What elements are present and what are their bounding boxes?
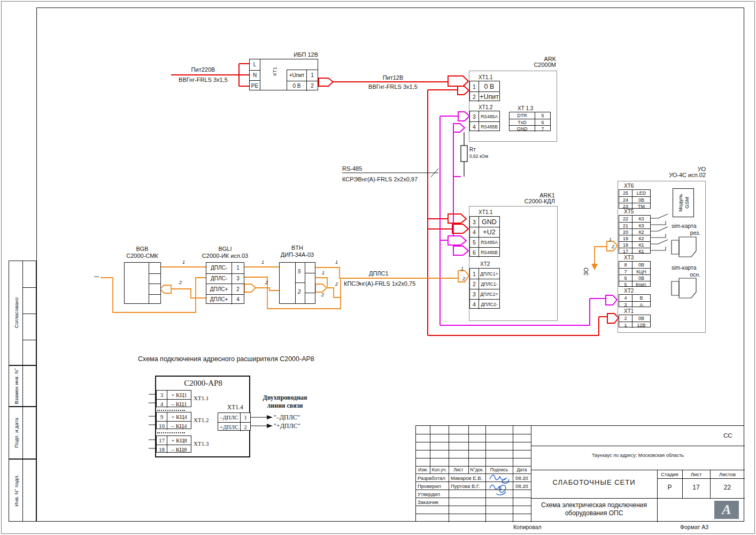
pin-number: 2 xyxy=(307,81,318,91)
wire-number: 1 xyxy=(261,259,264,265)
pin-label: RS485B xyxy=(479,122,499,132)
power-out-label: Пит12В xyxy=(361,74,425,81)
pin-label: LED xyxy=(632,190,650,196)
pin-number: 3 xyxy=(232,274,244,284)
tb-role-approved: Утвердил xyxy=(418,491,440,497)
bgli-model: С2000-ИК исп.03 xyxy=(198,253,252,259)
ar8-xt14-title: ХТ1.4 xyxy=(227,404,243,410)
pin-label: ТМ xyxy=(632,203,650,209)
grid-line xyxy=(416,450,531,450)
pin-number: 3 xyxy=(470,111,479,121)
terminal-row: 18– КЦ8 xyxy=(157,445,191,453)
pin-label: 12В xyxy=(632,322,650,328)
rs485-name: RS-485 xyxy=(342,165,362,172)
uo-xt6-title: XT6 xyxy=(624,183,634,189)
logo-letter: А xyxy=(722,502,731,518)
pin-number: 6 xyxy=(470,248,479,257)
tb-name-checked: Пуртова В.Г. xyxy=(451,483,480,489)
bth-cell-line xyxy=(295,282,305,283)
terminal-row: 25LED xyxy=(619,190,650,196)
pin-label: А xyxy=(632,302,650,308)
pin-label: К2 xyxy=(632,229,650,235)
pin-label: + КЦ8 xyxy=(167,436,191,445)
pin-label: +ДПЛС xyxy=(218,423,241,431)
ark1-xt2-table: 1ДПЛС1+ 2ДПЛС1- 3ДПЛС2+ 4ДПЛС2- xyxy=(469,268,500,309)
tb-stage-label: Стадия xyxy=(657,471,682,477)
pin-number: 20 xyxy=(619,229,632,235)
title-block: Изм. Кол.уч. Лист N°док. Подпись Дата Ра… xyxy=(415,425,744,522)
bth-model: ДИП-34А-03 xyxy=(271,251,324,258)
ar8-group1: 3+ КЦ1 4– КЦ1 xyxy=(156,390,191,407)
tb-sheets-label: Листов xyxy=(710,471,745,477)
ar8-group2: 9+ КЦ4 10– КЦ4 xyxy=(156,412,191,429)
grid-line xyxy=(657,470,658,522)
ark-xt12-title: XT1.2 xyxy=(479,104,493,110)
tb-project-name: СЛАБОТОЧНЫЕ СЕТИ xyxy=(534,478,654,486)
uo-xt2-title: XT2 xyxy=(624,288,634,294)
grid-line xyxy=(416,482,531,482)
terminal-row xyxy=(149,294,160,305)
terminal-row: 112В xyxy=(619,322,650,328)
pin-label: ДПЛС2+ xyxy=(479,289,499,299)
terminal-row: 4– КЦ1 xyxy=(157,399,191,408)
sidebar-label-sign-date: Подп. и дата xyxy=(13,418,19,448)
bgb-name: BGB xyxy=(121,246,164,252)
grid-line xyxy=(449,426,449,522)
sidebar-box-inv-no: Инв. N° подл. xyxy=(9,459,36,522)
terminal-row: 3ДПЛС2+ xyxy=(470,289,499,299)
wire-number: 2 xyxy=(265,280,268,285)
uo-xt1-title: XT1 xyxy=(624,308,634,314)
wire-number: 2 xyxy=(335,281,338,287)
cell-line xyxy=(22,314,37,314)
cell-line xyxy=(22,340,37,340)
rs485-cable: КСРЭВнг(А)-FRLS 2х2х0,97 xyxy=(342,176,418,182)
connector-flag-icon xyxy=(453,124,465,132)
sidebar-box-replaced: Взамен инв. N° xyxy=(9,365,36,407)
terminal-row: 2+Uпит xyxy=(470,91,499,102)
bth-name: BTH xyxy=(276,244,319,251)
pin-number: 21 xyxy=(619,223,632,228)
pin-label: ДПЛС+ xyxy=(206,284,232,294)
terminal-row: 1ДПЛС1+ xyxy=(470,269,499,279)
grid-line xyxy=(416,458,531,458)
pin-label: N xyxy=(250,71,260,81)
sidebar-label-agreed: Согласовано xyxy=(13,297,19,328)
tb-col-koluch: Кол.уч. xyxy=(430,467,449,472)
pin-number: 1 xyxy=(241,413,250,422)
pin-label: RS485B xyxy=(479,248,499,257)
pin-number: 17 xyxy=(619,248,632,254)
ark-xt12-table: 3RS485A 4RS485B xyxy=(469,111,500,131)
pin-number: 3 xyxy=(619,302,632,308)
terminal-row: 3GND xyxy=(470,217,499,227)
divider xyxy=(22,366,23,406)
pin-label: 0 В xyxy=(287,81,307,91)
tb-role-checked: Проверил xyxy=(418,483,441,489)
pin-number: 8 xyxy=(619,262,632,268)
divider xyxy=(22,407,23,458)
pin-label: Кпит. xyxy=(632,281,650,287)
pin-number: 3 xyxy=(470,289,479,299)
pin-number: 6 xyxy=(535,119,550,125)
terminal-row: 20К2 xyxy=(619,228,650,235)
pin-number: 2 xyxy=(470,92,479,102)
ar8-caption: Схема подключения адресного расширителя … xyxy=(138,355,314,363)
connector-flag-icon xyxy=(448,76,468,86)
arrow-right-icon xyxy=(267,415,273,419)
ar8-out-minus: "–ДПЛС" xyxy=(274,414,300,422)
power-out-cable: ВВГнг-FRLS 3х1,5 xyxy=(356,83,430,90)
bth-cell-line xyxy=(305,273,315,273)
uo-xt3-table: 80В 7КЦН 60В 5Кпит. xyxy=(619,261,651,287)
pin-label: ДПЛС2- xyxy=(479,300,499,309)
schematic-page: Согласовано Взамен инв. N° Подп. и дата … xyxy=(0,0,756,535)
grid-line xyxy=(416,434,531,434)
arrow-down-icon xyxy=(591,264,598,270)
sim-main-label2: осн. xyxy=(676,271,700,278)
ark-xt11-table: 10 В 2+Uпит xyxy=(469,81,500,101)
connector-flag-icon xyxy=(160,285,171,293)
wire-number: 1 xyxy=(461,266,464,271)
tb-role-developed: Разработал xyxy=(418,475,445,481)
ar8-out-plus: "+ДПЛС" xyxy=(274,422,300,430)
pin-number: 2 xyxy=(241,423,250,431)
connector-flag-icon xyxy=(606,295,617,305)
grid-line xyxy=(657,478,745,479)
